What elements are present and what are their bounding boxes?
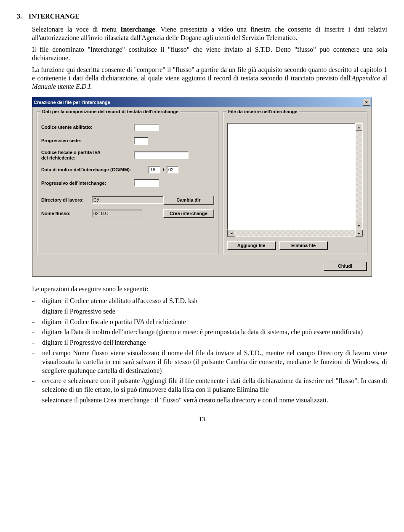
list-item: digitare il Progressivo sede <box>32 307 387 316</box>
section-title: INTERCHANGE <box>29 13 80 20</box>
scrollbar-horizontal[interactable]: ◄ ► <box>227 230 363 237</box>
window-title: Creazione dei file per l'interchange <box>34 100 362 105</box>
list-item: nel campo Nome flusso viene visualizzato… <box>32 349 387 375</box>
input-cf-piva[interactable] <box>134 152 189 159</box>
input-nome-flusso: 0218.C <box>92 210 142 217</box>
elimina-file-button[interactable]: Elimina file <box>279 241 327 250</box>
date-separator: / <box>160 167 167 172</box>
operations-intro: Le operazioni da eseguire sono le seguen… <box>32 285 387 293</box>
close-icon[interactable]: ✕ <box>363 99 370 106</box>
input-codice-utente[interactable] <box>134 124 159 131</box>
crea-interchange-button[interactable]: Crea interchange <box>163 209 214 218</box>
label-cf-piva: Codice fiscale o partita IVA del richied… <box>41 150 134 161</box>
section-number: 3. <box>17 13 22 20</box>
input-giorno[interactable]: 18 <box>149 166 160 173</box>
cambia-dir-button[interactable]: Cambia dir <box>163 196 214 204</box>
paragraph-1: Selezionare la voce di menu Interchange.… <box>32 25 387 42</box>
scroll-left-icon[interactable]: ◄ <box>228 230 235 237</box>
page-number: 13 <box>17 416 387 423</box>
aggiungi-file-button[interactable]: Aggiungi file <box>227 241 275 250</box>
label-data-inoltro: Data di inoltro dell'interchange (GG/MM)… <box>41 167 149 173</box>
list-item: digitare il Codice fiscale o partita IVA… <box>32 318 387 327</box>
list-item: cercare e selezionare con il pulsante Ag… <box>32 377 387 394</box>
list-item: digitare la Data di inoltro dell'interch… <box>32 328 387 337</box>
scrollbar-vertical[interactable]: ▲ ▼ <box>356 123 363 230</box>
titlebar[interactable]: Creazione dei file per l'interchange ✕ <box>32 97 372 107</box>
list-item: digitare il Progressivo dell'interchange <box>32 338 387 347</box>
input-mese[interactable]: 02 <box>167 166 178 173</box>
chiudi-button[interactable]: Chiudi <box>324 262 367 270</box>
scroll-down-icon[interactable]: ▼ <box>356 222 362 229</box>
group-legend-right: File da inserire nell'interchange <box>226 109 299 114</box>
label-directory: Directory di lavoro: <box>41 197 92 203</box>
dialog-window: Creazione dei file per l'interchange ✕ D… <box>32 97 372 277</box>
input-progressivo-sede[interactable] <box>134 137 148 145</box>
input-progressivo-interchange[interactable] <box>134 179 159 187</box>
paragraph-3: La funzione qui descritta consente di "c… <box>32 66 387 91</box>
label-nome-flusso: Nome flusso: <box>41 211 92 216</box>
file-listbox[interactable] <box>227 123 356 230</box>
scroll-right-icon[interactable]: ► <box>355 230 363 237</box>
label-progressivo-interchange: Progressivo dell'interchange: <box>41 181 134 186</box>
scroll-up-icon[interactable]: ▲ <box>356 123 362 131</box>
group-legend-left: Dati per la composizione del record di t… <box>40 109 180 114</box>
list-item: selezionare il pulsante Crea interchange… <box>32 396 387 405</box>
group-file-interchange: File da inserire nell'interchange ▲ ▼ ◄ <box>223 112 367 254</box>
operations-list: digitare il Codice utente abilitato all'… <box>32 297 387 405</box>
input-directory: C:\ <box>92 196 163 204</box>
paragraph-2: Il file denominato "Interchange" costitu… <box>32 45 387 62</box>
group-record-testata: Dati per la composizione del record di t… <box>37 112 218 254</box>
label-codice-utente: Codice utente abilitato: <box>41 125 134 130</box>
label-progressivo-sede: Progressivo sede: <box>41 138 134 144</box>
list-item: digitare il Codice utente abilitato all'… <box>32 297 387 306</box>
